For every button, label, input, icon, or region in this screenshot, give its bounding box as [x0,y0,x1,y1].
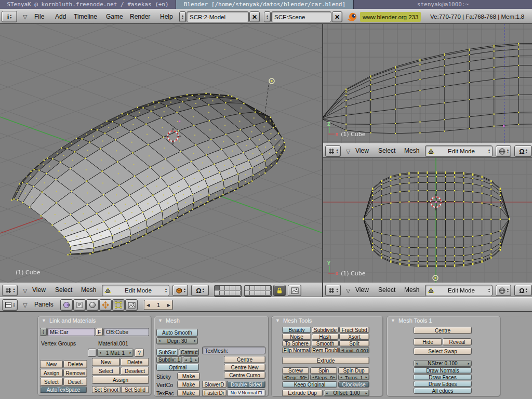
num-prev-icon[interactable]: ◂ [185,358,187,362]
layer-button[interactable] [260,291,265,296]
mode-dropdown[interactable]: Edit Mode▴▾ [425,145,493,157]
hash-button[interactable]: Hash [312,334,339,340]
titlebar-terminal-window[interactable]: stenyak@a1000:~ [354,0,532,9]
mat-delete-button[interactable]: Delete [121,358,149,366]
double-sided-toggle[interactable]: Double Sided [227,381,265,388]
spin-button[interactable]: Spin [310,367,337,374]
header-collapse-icon[interactable]: ▽ [346,287,350,294]
nsize-field[interactable]: ◂ NSize: 0.100 ▸ [414,360,472,367]
clockwise-toggle[interactable]: Clockwise [338,381,369,388]
layer-button[interactable] [265,286,271,290]
layer-button[interactable] [230,291,235,296]
extrude-button[interactable]: Extrude [282,357,369,364]
num-prev-icon[interactable]: ◂ [99,351,101,355]
screen-browse-button[interactable]: ▴▾ [179,11,186,22]
editor-type-button[interactable]: ▴▾ [2,285,18,296]
editing-buttons-button[interactable] [112,299,125,311]
header-collapse-icon[interactable]: ▽ [23,287,27,294]
mode-dropdown[interactable]: Edit Mode▴▾ [425,285,493,296]
num-prev-icon[interactable]: ◂ [158,339,161,343]
draw-type-button[interactable]: ▴▾ [496,145,511,157]
side-view-canvas[interactable] [323,24,532,143]
turns-field[interactable]: ◂ Turns: 1 ▸ [338,374,369,380]
layer-button[interactable] [220,291,225,296]
num-next-icon[interactable]: ▸ [468,362,470,366]
menu-game[interactable]: Game [105,9,124,23]
collapse-menu-icon[interactable]: ▽ [23,302,27,309]
logic-buttons-button[interactable] [60,299,73,311]
extrude-dup-button[interactable]: Extrude Dup [282,390,323,396]
draw-type-button[interactable]: ▴▾ [172,285,188,296]
optimal-toggle[interactable]: Optimal [156,364,199,371]
fake-user-button[interactable]: F [96,328,103,336]
layer-button[interactable] [225,286,230,290]
layer-button[interactable] [215,286,220,290]
shading-buttons-button[interactable] [86,299,99,311]
viewport-menu-mesh[interactable]: Mesh [403,283,420,297]
num-next-icon[interactable]: ▸ [369,348,369,352]
noise-button[interactable]: Noise [282,334,311,340]
viewport-menu-view[interactable]: View [354,283,370,297]
draw-faces-toggle[interactable]: Draw Faces [414,374,472,380]
frame-next-icon[interactable]: ▶ [167,303,170,308]
website-badge[interactable]: www.blender.org 233 [360,12,421,22]
layer-button[interactable] [265,291,271,296]
fract-subd-button[interactable]: Fract Subd [339,327,369,333]
viewport-menu-view[interactable]: View [354,144,370,157]
layer-button[interactable] [245,286,250,290]
num-prev-icon[interactable]: ◂ [416,362,418,366]
steps-field[interactable]: ◂ Steps: 9 ▸ [310,374,337,380]
num-next-icon[interactable]: ▸ [305,375,307,379]
header-collapse-icon[interactable]: ▽ [346,148,350,155]
titlebar-irc-window[interactable]: STenyaK @ kornbluth.freenode.net / #asek… [0,0,176,9]
area-divider[interactable] [322,24,323,297]
draw-type-button[interactable]: ▴▾ [496,285,511,296]
screw-button[interactable]: Screw [282,367,309,374]
viewport-menu-select[interactable]: Select [377,283,396,297]
script-buttons-button[interactable] [73,299,86,311]
layer-button[interactable] [230,286,235,290]
viewport-menu-mesh[interactable]: Mesh [403,144,420,157]
set-smooth-button[interactable]: Set Smoot [92,386,121,393]
beauty-toggle[interactable]: Beauty [282,327,311,333]
scene-delete-button[interactable]: ✕ [332,11,342,22]
titlebar-blender-window[interactable]: Blender [/home/stenyak/datos/blender/car… [176,0,354,9]
frame-prev-icon[interactable]: ◀ [147,303,150,308]
faster-draw-button[interactable]: FasterDr [202,389,227,396]
panel-header[interactable]: ▼ Link and Materials [42,317,96,324]
material-color-swatch[interactable] [88,349,97,357]
set-solid-button[interactable]: Set Solid [121,386,149,393]
collapse-menu-icon[interactable]: ▽ [23,14,27,20]
layer-button[interactable] [255,286,260,290]
mode-dropdown[interactable]: Edit Mode▴▾ [102,285,169,296]
auto-smooth-toggle[interactable]: Auto Smooth [156,329,198,337]
subdivide-button[interactable]: Subdivide [312,327,339,333]
layer-button[interactable] [260,286,265,290]
pivot-button[interactable]: Ω▴▾ [514,285,532,296]
vg-remove-button[interactable]: Remove [63,369,87,377]
num-next-icon[interactable]: ▸ [333,375,335,379]
num-next-icon[interactable]: ▸ [365,375,367,379]
frame-number-field[interactable]: ◀ 1 ▶ [144,300,173,310]
degr-field[interactable]: ◂ Degr: 90 ▸ [282,374,309,380]
keep-original-toggle[interactable]: Keep Original [282,381,337,388]
vg-assign-button[interactable]: Assign [40,369,63,377]
menu-timeline[interactable]: Timeline [73,9,98,23]
panel-header[interactable]: ▼ Mesh Tools 1 [391,317,432,324]
screen-name-field[interactable]: SCR:2-Model [187,11,249,22]
mat-deselect-button[interactable]: Deselect [121,367,149,375]
panels-menu[interactable]: Panels [33,298,55,311]
autotexspace-toggle[interactable]: AutoTexSpace [40,386,87,393]
all-edges-toggle[interactable]: All edges [414,388,472,394]
vertcol-make-button[interactable]: Make [177,381,200,388]
menu-file[interactable]: File [33,9,45,23]
panel-header[interactable]: ▼ Mesh Tools [275,317,312,324]
offset-field[interactable]: ◂ Offset: 1.00 ▸ [324,390,369,396]
mesh-browse-button[interactable]: ▴▾ [40,328,47,336]
rem-doubles-button[interactable]: Rem Doubl [312,347,339,353]
num-next-icon[interactable]: ▸ [194,339,196,343]
texface-make-button[interactable]: Make [177,389,200,396]
degr-field[interactable]: ◂ Degr: 30 ▸ [156,337,198,344]
viewport-menu-mesh[interactable]: Mesh [80,283,97,297]
layer-button[interactable] [250,286,255,290]
